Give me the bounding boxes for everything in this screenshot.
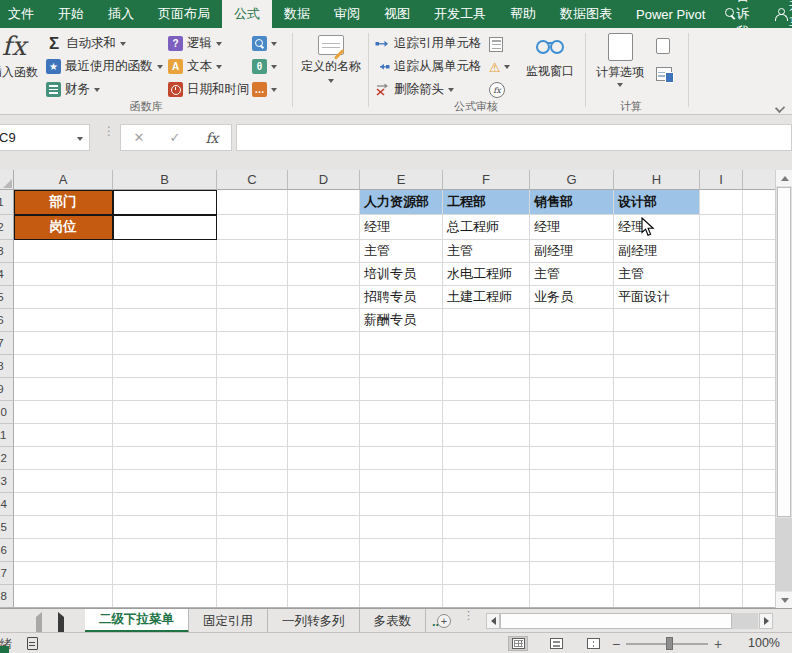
row-header-17[interactable]: 17	[0, 562, 14, 585]
cell-G17[interactable]	[530, 562, 614, 585]
cell-E4[interactable]: 培训专员	[360, 263, 443, 286]
horizontal-scroll-track[interactable]	[732, 613, 758, 629]
cell-A11[interactable]	[14, 424, 113, 447]
cell-D13[interactable]	[288, 470, 360, 493]
cell-H7[interactable]	[614, 332, 700, 355]
column-header-B[interactable]: B	[113, 170, 217, 190]
cell-I12[interactable]	[700, 447, 743, 470]
row-header-14[interactable]: 14	[0, 493, 14, 516]
cell-F18[interactable]	[443, 585, 530, 608]
cell-I10[interactable]	[700, 401, 743, 424]
watch-window-button[interactable]: 监视窗口	[520, 31, 580, 107]
ribbon-tab-9[interactable]: 帮助	[498, 0, 548, 28]
cell-partial-16[interactable]	[743, 539, 775, 562]
logical-button[interactable]: ? 逻辑	[168, 33, 260, 54]
row-header-13[interactable]: 13	[0, 470, 14, 493]
cell-D10[interactable]	[288, 401, 360, 424]
cell-H5[interactable]: 平面设计	[614, 286, 700, 309]
cell-C14[interactable]	[217, 493, 288, 516]
cell-I15[interactable]	[700, 516, 743, 539]
sheet-tab-2[interactable]: 一列转多列	[268, 609, 360, 633]
cell-I11[interactable]	[700, 424, 743, 447]
cell-C9[interactable]	[217, 378, 288, 401]
sheetbar-resize-handle[interactable]: ⋮	[463, 613, 474, 618]
cell-B6[interactable]	[113, 309, 217, 332]
cell-F10[interactable]	[443, 401, 530, 424]
cell-I1[interactable]	[700, 190, 743, 215]
cell-A3[interactable]	[14, 240, 113, 263]
cell-E5[interactable]: 招聘专员	[360, 286, 443, 309]
column-header-H[interactable]: H	[614, 170, 700, 190]
cell-partial-17[interactable]	[743, 562, 775, 585]
sheet-nav-right-icon[interactable]	[58, 617, 64, 632]
cell-partial-18[interactable]	[743, 585, 775, 608]
row-header-4[interactable]: 4	[0, 263, 14, 286]
lookup-reference-button[interactable]	[252, 33, 277, 54]
cell-F6[interactable]	[443, 309, 530, 332]
column-header-C[interactable]: C	[217, 170, 288, 190]
cell-D17[interactable]	[288, 562, 360, 585]
ribbon-tab-0[interactable]: 文件	[0, 0, 46, 28]
date-time-button[interactable]: 日期和时间	[168, 79, 260, 100]
column-header-F[interactable]: F	[443, 170, 530, 190]
cell-G12[interactable]	[530, 447, 614, 470]
cell-I4[interactable]	[700, 263, 743, 286]
cell-E17[interactable]	[360, 562, 443, 585]
ribbon-tab-8[interactable]: 开发工具	[422, 0, 498, 28]
zoom-out-button[interactable]: −	[612, 636, 620, 652]
row-header-16[interactable]: 16	[0, 539, 14, 562]
cell-G11[interactable]	[530, 424, 614, 447]
macro-record-icon[interactable]	[27, 637, 38, 650]
hscroll-right-button[interactable]	[759, 613, 773, 629]
cell-I9[interactable]	[700, 378, 743, 401]
row-header-7[interactable]: 7	[0, 332, 14, 355]
cell-C5[interactable]	[217, 286, 288, 309]
cell-F7[interactable]	[443, 332, 530, 355]
cell-I18[interactable]	[700, 585, 743, 608]
cell-partial-13[interactable]	[743, 470, 775, 493]
horizontal-scroll-thumb[interactable]	[500, 613, 732, 629]
cell-E2[interactable]: 经理	[360, 215, 443, 240]
cell-H6[interactable]	[614, 309, 700, 332]
cell-C4[interactable]	[217, 263, 288, 286]
cell-D9[interactable]	[288, 378, 360, 401]
cell-E14[interactable]	[360, 493, 443, 516]
cell-E7[interactable]	[360, 332, 443, 355]
cell-E15[interactable]	[360, 516, 443, 539]
insert-function-button[interactable]: fx 插入函数	[0, 31, 42, 107]
cell-A12[interactable]	[14, 447, 113, 470]
cell-G4[interactable]: 主管	[530, 263, 614, 286]
ribbon-tab-7[interactable]: 视图	[372, 0, 422, 28]
cell-A9[interactable]	[14, 378, 113, 401]
cell-E16[interactable]	[360, 539, 443, 562]
cell-B9[interactable]	[113, 378, 217, 401]
vertical-scroll-thumb[interactable]	[777, 187, 791, 517]
row-header-10[interactable]: 10	[0, 401, 14, 424]
cell-D18[interactable]	[288, 585, 360, 608]
cell-B3[interactable]	[113, 240, 217, 263]
cell-G6[interactable]	[530, 309, 614, 332]
cell-G13[interactable]	[530, 470, 614, 493]
scroll-down-button[interactable]	[776, 592, 792, 608]
cell-G16[interactable]	[530, 539, 614, 562]
ribbon-tab-3[interactable]: 页面布局	[146, 0, 222, 28]
cell-F4[interactable]: 水电工程师	[443, 263, 530, 286]
calculation-options-button[interactable]: 计算选项	[590, 31, 650, 107]
vertical-scrollbar[interactable]	[775, 170, 792, 608]
row-header-12[interactable]: 12	[0, 447, 14, 470]
evaluate-formula-button[interactable]: fx	[489, 80, 510, 100]
cell-G3[interactable]: 副经理	[530, 240, 614, 263]
more-functions-button[interactable]: …	[252, 79, 277, 100]
cell-C18[interactable]	[217, 585, 288, 608]
cell-F13[interactable]	[443, 470, 530, 493]
cell-B12[interactable]	[113, 447, 217, 470]
cell-A18[interactable]	[14, 585, 113, 608]
cell-H15[interactable]	[614, 516, 700, 539]
sheet-tab-3[interactable]: 多表数	[360, 609, 427, 633]
cell-C13[interactable]	[217, 470, 288, 493]
cell-H9[interactable]	[614, 378, 700, 401]
cell-E8[interactable]	[360, 355, 443, 378]
row-header-8[interactable]: 8	[0, 355, 14, 378]
math-trig-button[interactable]: θ	[252, 56, 277, 77]
cell-partial-7[interactable]	[743, 332, 775, 355]
